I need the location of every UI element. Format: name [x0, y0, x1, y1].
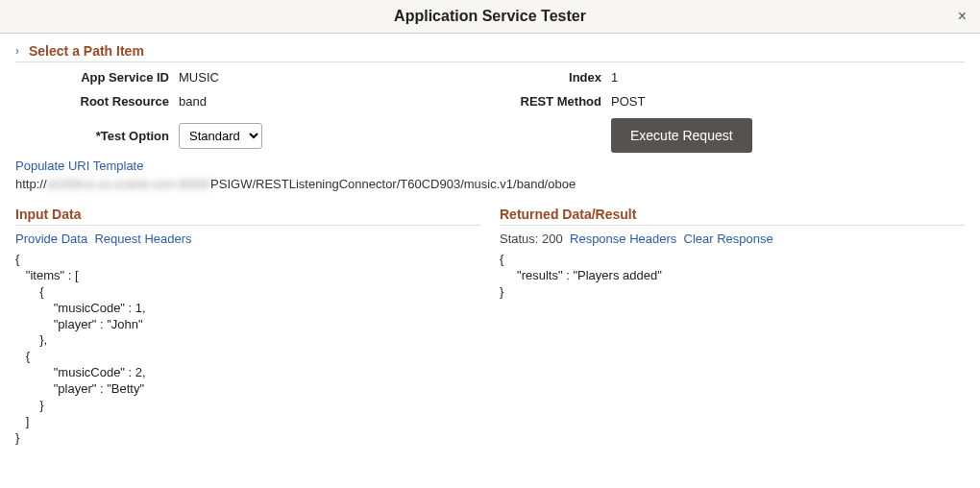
test-option-select[interactable]: Standard [179, 123, 262, 149]
populate-uri-template-link[interactable]: Populate URI Template [15, 159, 143, 173]
modal-title: Application Service Tester [394, 8, 586, 25]
rest-method-value: POST [611, 94, 965, 109]
root-resource-value: band [179, 94, 486, 109]
index-value: 1 [611, 70, 965, 85]
root-resource-label: Root Resource [15, 94, 179, 109]
select-path-item-header[interactable]: › Select a Path Item [15, 43, 965, 62]
app-service-id-label: App Service ID [15, 70, 179, 85]
uri-display: http://slc00kxx.us.oracle.com:8000/PSIGW… [15, 177, 965, 191]
uri-blurred-host: slc00kxx.us.oracle.com:8000/ [47, 177, 211, 191]
input-body: { "items" : [ { "musicCode" : 1, "player… [15, 252, 480, 447]
request-headers-link[interactable]: Request Headers [94, 232, 191, 246]
modal-header: Application Service Tester × [0, 0, 980, 34]
output-column: Returned Data/Result Status: 200 Respons… [500, 207, 965, 447]
clear-response-link[interactable]: Clear Response [684, 232, 773, 246]
uri-path: PSIGW/RESTListeningConnector/T60CD903/mu… [210, 177, 576, 191]
provide-data-link[interactable]: Provide Data [15, 232, 87, 246]
index-label: Index [486, 70, 611, 85]
io-columns: Input Data Provide Data Request Headers … [15, 207, 965, 447]
status-label: Status: 200 [500, 232, 563, 246]
output-body: { "results" : "Players added" } [500, 252, 965, 301]
input-column: Input Data Provide Data Request Headers … [15, 207, 480, 447]
chevron-right-icon: › [15, 44, 25, 58]
test-option-label: Test Option [15, 129, 179, 143]
modal-content: › Select a Path Item App Service ID MUSI… [0, 34, 980, 456]
select-path-item-title: Select a Path Item [29, 43, 144, 59]
input-data-header: Input Data [15, 207, 480, 226]
rest-method-label: REST Method [486, 94, 611, 109]
uri-prefix: http:// [15, 177, 47, 191]
path-item-grid: App Service ID MUSIC Index 1 Root Resour… [15, 66, 965, 159]
close-icon[interactable]: × [958, 8, 967, 25]
response-headers-link[interactable]: Response Headers [570, 232, 676, 246]
app-service-id-value: MUSIC [179, 70, 486, 85]
returned-data-header: Returned Data/Result [500, 207, 965, 226]
execute-request-button[interactable]: Execute Request [611, 118, 752, 153]
